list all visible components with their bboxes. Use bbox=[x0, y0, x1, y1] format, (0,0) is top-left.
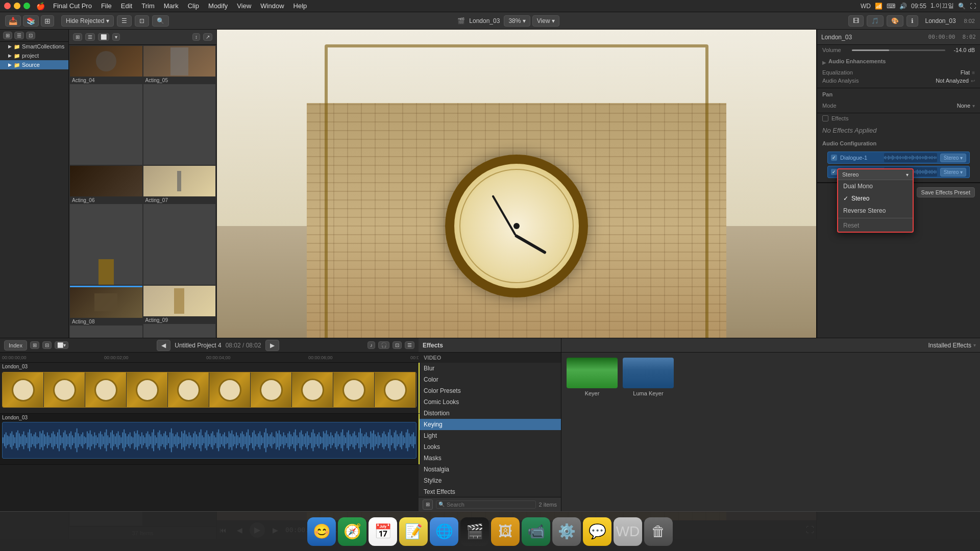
maximize-button[interactable] bbox=[23, 3, 30, 9]
timeline-headphones-button[interactable]: 🎧 bbox=[378, 341, 389, 349]
effects-nostalgia[interactable]: Nostalgia bbox=[419, 464, 561, 475]
dock-settings[interactable]: ⚙️ bbox=[552, 517, 581, 546]
timeline-next-button[interactable]: ▶ bbox=[265, 340, 279, 351]
dock-notes[interactable]: 📝 bbox=[399, 517, 428, 546]
zoom-level[interactable]: 38% ▾ bbox=[504, 15, 530, 27]
browser-view-options[interactable]: ▾ bbox=[112, 33, 120, 41]
video-inspector-button[interactable]: 🎞 bbox=[848, 15, 864, 27]
dock-kakaotalk[interactable]: 💬 bbox=[583, 517, 611, 546]
volume-slider[interactable] bbox=[852, 49, 945, 51]
color-inspector-button[interactable]: 🎨 bbox=[887, 15, 903, 27]
library-item-smart-collections[interactable]: ▶ 📁 SmartCollections bbox=[0, 42, 68, 51]
browser-list-button[interactable]: ☰ bbox=[85, 33, 95, 41]
search-button[interactable]: 🔍 bbox=[152, 15, 169, 27]
svg-rect-260 bbox=[268, 436, 270, 444]
info-button[interactable]: ℹ bbox=[906, 15, 918, 27]
effects-light[interactable]: Light bbox=[419, 430, 561, 441]
dialogue-2-stereo-button[interactable]: Stereo ▾ bbox=[940, 168, 966, 177]
filter-button[interactable]: ☰ bbox=[117, 15, 132, 27]
dock-calendar[interactable]: 📅 bbox=[369, 517, 397, 546]
dock-photos[interactable]: 🖼 bbox=[491, 517, 520, 546]
menu-view[interactable]: View bbox=[233, 1, 255, 11]
timeline-audio-button[interactable]: ♪ bbox=[368, 341, 375, 349]
menu-trim[interactable]: Trim bbox=[137, 1, 159, 11]
svg-rect-251 bbox=[255, 434, 256, 446]
timeline-index-button[interactable]: Index bbox=[4, 340, 27, 350]
menu-modify[interactable]: Modify bbox=[204, 1, 232, 11]
search-icon[interactable]: 🔍 bbox=[958, 3, 966, 10]
dialogue-2-checkbox[interactable]: ✓ bbox=[831, 169, 837, 175]
dock-screen-record[interactable]: 📹 bbox=[522, 517, 550, 546]
dock-finder[interactable]: 😊 bbox=[307, 517, 336, 546]
window-controls[interactable] bbox=[4, 3, 30, 9]
browser-sort-button[interactable]: ↕ bbox=[192, 33, 200, 41]
menu-window[interactable]: Window bbox=[256, 1, 288, 11]
effects-blur[interactable]: Blur bbox=[419, 363, 561, 374]
clip-acting-05[interactable]: Acting_05 bbox=[143, 46, 216, 165]
dock-safari[interactable]: 🧭 bbox=[338, 517, 366, 546]
stereo-reset-button[interactable]: Reset bbox=[838, 219, 913, 232]
effects-masks[interactable]: Masks bbox=[419, 453, 561, 464]
effects-thumbnail-view[interactable]: ⊞ bbox=[423, 499, 433, 510]
library-item-source[interactable]: ▶ 📁 Source bbox=[0, 60, 68, 69]
library-expand-button[interactable]: ⊞ bbox=[3, 32, 12, 39]
menu-clip[interactable]: Clip bbox=[184, 1, 203, 11]
timeline-shrink-button[interactable]: ⊟ bbox=[42, 341, 52, 349]
browser-expand-button[interactable]: ⊞ bbox=[73, 33, 82, 41]
menu-fcpx[interactable]: Final Cut Pro bbox=[49, 1, 96, 11]
timeline-view-button[interactable]: ⊡ bbox=[393, 341, 402, 349]
library-list-button[interactable]: ☰ bbox=[14, 32, 24, 39]
stereo-button[interactable]: Stereo ▾ bbox=[940, 154, 966, 162]
effects-search-input[interactable] bbox=[447, 502, 533, 508]
browser-tool-button[interactable]: ↗ bbox=[203, 33, 212, 41]
timeline-clip-height-button[interactable]: ⬜▾ bbox=[55, 341, 68, 349]
audio-inspector-button[interactable]: 🎵 bbox=[867, 15, 884, 27]
library-item-project[interactable]: ▶ 📁 project bbox=[0, 51, 68, 60]
svg-rect-357 bbox=[411, 434, 412, 446]
dock-wd[interactable]: WD bbox=[614, 517, 642, 546]
browser-view-button[interactable]: ⊞ bbox=[41, 15, 54, 27]
browser-clip-button[interactable]: ⬜ bbox=[98, 33, 109, 41]
timeline-prev-button[interactable]: ◀ bbox=[157, 340, 170, 351]
effects-distortion[interactable]: Distortion bbox=[419, 408, 561, 419]
stereo-dropdown-header: Stereo ▾ bbox=[838, 169, 913, 180]
clip-appearance-button[interactable]: ⊡ bbox=[135, 15, 149, 27]
clip-acting-06[interactable]: Acting_06 bbox=[70, 166, 142, 285]
effects-looks[interactable]: Looks bbox=[419, 441, 561, 453]
hide-rejected-button[interactable]: Hide Rejected ▾ bbox=[61, 15, 114, 27]
libraries-button[interactable]: 📚 bbox=[23, 15, 39, 27]
import-button[interactable]: 📥 bbox=[5, 15, 21, 27]
effects-stylize[interactable]: Stylize bbox=[419, 475, 561, 486]
effects-keying[interactable]: Keying bbox=[419, 419, 561, 430]
effects-color[interactable]: Color bbox=[419, 374, 561, 385]
menu-file[interactable]: File bbox=[97, 1, 116, 11]
minimize-button[interactable] bbox=[14, 3, 20, 9]
dock-trash[interactable]: 🗑 bbox=[644, 517, 673, 546]
stereo-option-stereo[interactable]: ✓ Stereo bbox=[838, 192, 913, 205]
dock-chrome[interactable]: 🌐 bbox=[430, 517, 458, 546]
effects-text-effects[interactable]: Text Effects bbox=[419, 486, 561, 497]
dialogue-1-checkbox[interactable]: ✓ bbox=[831, 155, 837, 161]
stereo-option-dual-mono[interactable]: Dual Mono bbox=[838, 180, 913, 192]
dock-fcpx[interactable]: 🎬 bbox=[460, 517, 489, 546]
dialogue-track-1[interactable]: ✓ Dialogue-1 bbox=[827, 152, 970, 164]
timeline-expand-button[interactable]: ⊞ bbox=[30, 341, 39, 349]
menu-edit[interactable]: Edit bbox=[117, 1, 136, 11]
menu-mark[interactable]: Mark bbox=[160, 1, 183, 11]
effects-comic-looks[interactable]: Comic Looks bbox=[419, 396, 561, 408]
clip-acting-04[interactable]: Acting_04 bbox=[70, 46, 142, 165]
clip-acting-07[interactable]: Acting_07 bbox=[143, 166, 216, 285]
effect-luma-keyer[interactable]: Luma Keyer bbox=[623, 358, 674, 396]
effect-keyer[interactable]: Keyer bbox=[567, 358, 618, 396]
view-button[interactable]: View ▾ bbox=[532, 15, 559, 27]
timeline-clip-view-button[interactable]: ☰ bbox=[405, 341, 414, 349]
close-button[interactable] bbox=[4, 3, 11, 9]
svg-rect-103 bbox=[37, 436, 38, 444]
menu-help[interactable]: Help bbox=[289, 1, 311, 11]
save-effects-preset-button[interactable]: Save Effects Preset bbox=[917, 187, 975, 197]
stereo-option-reverse-stereo[interactable]: Reverse Stereo bbox=[838, 205, 913, 217]
effects-checkbox[interactable] bbox=[822, 115, 828, 121]
effects-color-presets[interactable]: Color Presets bbox=[419, 385, 561, 396]
svg-rect-247 bbox=[249, 435, 250, 445]
library-grid-button[interactable]: ⊡ bbox=[26, 32, 35, 39]
